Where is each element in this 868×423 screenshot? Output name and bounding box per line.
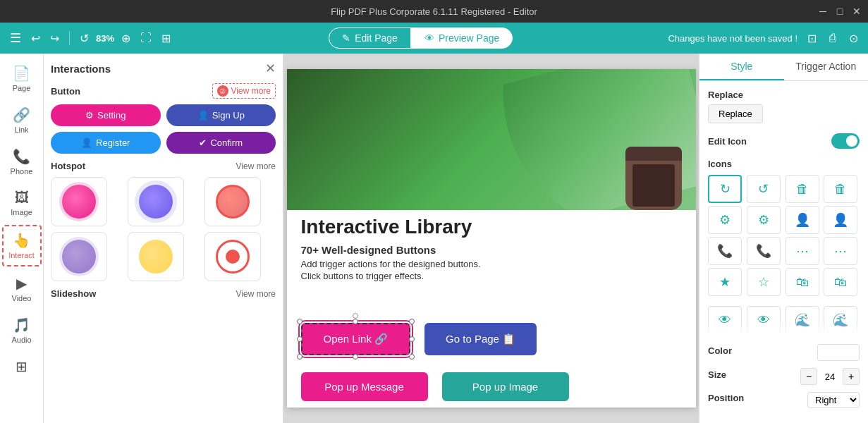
edit-page-tab[interactable]: ✎ Edit Page xyxy=(329,27,411,49)
hotspot-item-4[interactable] xyxy=(51,232,107,281)
icons-grid: ↻ ↺ 🗑 🗑 ⚙ ⚙ 👤 👤 📞 📞 ⋯ ⋯ ★ ☆ 🛍 🛍 xyxy=(708,175,860,296)
zoom-in-button[interactable]: ⊕ xyxy=(118,30,133,47)
left-nav: 📄 Page 🔗 Link 📞 Phone 🖼 Image 👆 Interact… xyxy=(0,54,44,423)
hotspot-view-more-button[interactable]: View more xyxy=(236,161,276,171)
link-label: Link xyxy=(14,125,28,134)
signup-label: Sign Up xyxy=(212,110,245,121)
icon-cell-15[interactable]: 🛍 xyxy=(786,268,819,296)
sidebar-item-phone[interactable]: 📞 Phone xyxy=(2,142,42,181)
sidebar-item-link[interactable]: 🔗 Link xyxy=(2,101,42,140)
maximize-button[interactable]: □ xyxy=(834,6,845,17)
hotspot-item-1[interactable] xyxy=(51,177,107,226)
replace-section: Replace Replace xyxy=(708,90,860,123)
replace-button[interactable]: Replace xyxy=(708,104,763,123)
edit-page-icon: ✎ xyxy=(342,32,350,44)
size-increase-button[interactable]: + xyxy=(843,368,860,385)
preview-icon: 👁 xyxy=(424,32,434,44)
rotate-handle[interactable] xyxy=(353,313,358,319)
sidebar-item-audio[interactable]: 🎵 Audio xyxy=(2,311,42,350)
pop-up-message-button[interactable]: Pop up Message xyxy=(301,372,428,401)
toolbar-export-button[interactable]: ⊡ xyxy=(805,30,819,47)
slideshow-view-more-button[interactable]: View more xyxy=(236,289,276,299)
register-button[interactable]: 👤 Register xyxy=(51,132,161,154)
confirm-button[interactable]: ✔ Confirm xyxy=(166,132,276,154)
toolbar-share-button[interactable]: ⎙ xyxy=(826,30,839,46)
video-icon: ▶ xyxy=(16,275,27,292)
handle-bl[interactable] xyxy=(297,354,302,360)
tab-trigger-action[interactable]: Trigger Action xyxy=(784,54,869,80)
icon-cell-4[interactable]: 🗑 xyxy=(824,175,857,203)
size-decrease-button[interactable]: − xyxy=(800,368,817,385)
hotspot-item-5[interactable] xyxy=(128,232,184,281)
icon-cell-16[interactable]: 🛍 xyxy=(824,268,857,296)
edit-icon-label: Edit Icon xyxy=(708,136,747,147)
redo-button[interactable]: ↪ xyxy=(47,30,62,47)
icon-cell-19[interactable]: 🌊 xyxy=(786,306,819,334)
icon-cell-7[interactable]: 👤 xyxy=(786,206,819,234)
icon-cell-1[interactable]: ↻ xyxy=(708,175,742,203)
fit-button[interactable]: ⛶ xyxy=(137,30,154,46)
register-label: Register xyxy=(96,137,130,148)
hotspot-circle-white-red xyxy=(216,240,250,274)
confirm-icon: ✔ xyxy=(199,137,207,148)
signup-button[interactable]: 👤 Sign Up xyxy=(166,104,276,126)
replace-label: Replace xyxy=(708,90,860,100)
setting-label: Setting xyxy=(97,110,126,121)
handle-tr[interactable] xyxy=(409,319,415,324)
icon-cell-10[interactable]: 📞 xyxy=(747,237,781,265)
handle-tl[interactable] xyxy=(297,319,302,324)
icon-cell-5[interactable]: ⚙ xyxy=(708,206,742,234)
toolbar-save-button[interactable]: ⊙ xyxy=(846,30,861,47)
phone-label: Phone xyxy=(11,167,33,176)
open-link-button[interactable]: Open Link 🔗 xyxy=(301,323,411,355)
setting-button[interactable]: ⚙ Setting xyxy=(51,104,161,126)
hotspot-item-3[interactable] xyxy=(204,177,261,226)
tab-style[interactable]: Style xyxy=(699,54,784,80)
icon-cell-6[interactable]: ⚙ xyxy=(747,206,781,234)
right-panel: Style Trigger Action Replace Replace Edi… xyxy=(699,54,868,423)
sidebar-item-page[interactable]: 📄 Page xyxy=(2,59,42,98)
close-button[interactable]: ✕ xyxy=(851,6,862,17)
hotspot-circle-lavender xyxy=(62,240,96,274)
icon-cell-12[interactable]: ⋯ xyxy=(824,237,857,265)
hotspot-grid xyxy=(51,177,276,281)
icon-cell-17[interactable]: 👁 xyxy=(708,306,742,334)
icon-cell-2[interactable]: ↺ xyxy=(747,175,781,203)
hotspot-item-2[interactable] xyxy=(128,177,184,226)
undo-button[interactable]: ↩ xyxy=(28,30,43,47)
link-icon: 🔗 xyxy=(13,106,30,123)
go-to-page-button[interactable]: Go to Page 📋 xyxy=(424,323,537,355)
view-more-button[interactable]: ② View more xyxy=(212,83,276,99)
canvas-title: Interactive Library xyxy=(301,216,481,238)
loop-button[interactable]: ↺ xyxy=(77,30,92,47)
color-swatch[interactable] xyxy=(817,344,860,361)
icon-cell-8[interactable]: 👤 xyxy=(824,206,857,234)
size-controls: − 24 + xyxy=(800,368,860,385)
icon-cell-3[interactable]: 🗑 xyxy=(786,175,819,203)
minimize-button[interactable]: ─ xyxy=(817,6,829,17)
interactions-panel: Interactions ✕ Button ② View more ⚙ Sett… xyxy=(44,54,283,423)
icon-cell-14[interactable]: ☆ xyxy=(747,268,781,296)
edit-icon-row: Edit Icon xyxy=(708,133,860,149)
video-label: Video xyxy=(12,294,32,302)
menu-button[interactable]: ☰ xyxy=(7,27,24,49)
hotspot-item-6[interactable] xyxy=(204,232,261,281)
grid-button[interactable]: ⊞ xyxy=(159,30,173,47)
icon-cell-13[interactable]: ★ xyxy=(708,268,742,296)
icon-cell-20[interactable]: 🌊 xyxy=(824,306,857,334)
icon-cell-18[interactable]: 👁 xyxy=(747,306,781,334)
panel-close-button[interactable]: ✕ xyxy=(265,61,276,76)
icon-cell-9[interactable]: 📞 xyxy=(708,237,742,265)
open-link-container: Open Link 🔗 xyxy=(301,323,411,355)
handle-br[interactable] xyxy=(409,354,415,360)
sidebar-item-more[interactable]: ⊞ xyxy=(2,352,42,381)
canvas-text-content: Interactive Library 70+ Well-designed Bu… xyxy=(301,210,481,281)
edit-icon-toggle[interactable] xyxy=(831,133,860,149)
sidebar-item-interact[interactable]: 👆 Interact xyxy=(2,225,42,266)
pop-up-image-button[interactable]: Pop up Image xyxy=(442,372,569,401)
sidebar-item-video[interactable]: ▶ Video xyxy=(2,269,42,308)
icon-cell-11[interactable]: ⋯ xyxy=(786,237,819,265)
preview-page-tab[interactable]: 👁 Preview Page xyxy=(411,27,513,49)
sidebar-item-image[interactable]: 🖼 Image xyxy=(2,184,42,222)
position-select[interactable]: Right Left Center xyxy=(807,392,860,408)
